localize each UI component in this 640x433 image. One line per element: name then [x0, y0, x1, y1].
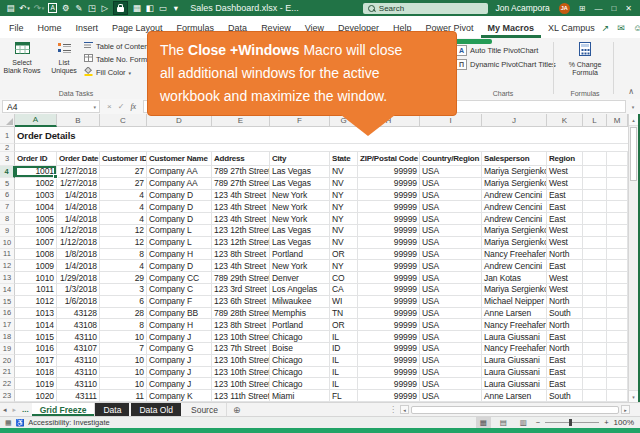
cell-C22[interactable]: 10: [100, 378, 147, 390]
cell-C3[interactable]: Customer ID: [100, 152, 147, 166]
cell-I3[interactable]: Country/Region: [420, 152, 482, 166]
cell-I6[interactable]: USA: [420, 190, 482, 202]
cell-J22[interactable]: Laura Giussani: [482, 378, 547, 390]
cell-M21[interactable]: [607, 367, 628, 379]
cell-M12[interactable]: [607, 260, 628, 272]
cell-D17[interactable]: Company H: [147, 319, 212, 331]
cell-M7[interactable]: [607, 201, 628, 213]
cell-H5[interactable]: 99999: [358, 178, 420, 190]
cell-L21[interactable]: [583, 367, 607, 379]
name-box[interactable]: A4 ▾: [2, 100, 100, 113]
cell-F5[interactable]: Las Vegas: [270, 178, 330, 190]
cell-H12[interactable]: 99999: [358, 260, 420, 272]
cell-I4[interactable]: USA: [420, 166, 482, 178]
row-header-19[interactable]: 19: [0, 343, 15, 355]
cell-I15[interactable]: USA: [420, 296, 482, 308]
cell-H9[interactable]: 99999: [358, 225, 420, 237]
cell-E13[interactable]: 789 29th Street: [212, 272, 270, 284]
cell-J4[interactable]: Mariya Sergienko: [482, 166, 547, 178]
cell-K13[interactable]: West: [547, 272, 583, 284]
cell-D16[interactable]: Company BB: [147, 308, 212, 320]
cell-H18[interactable]: 99999: [358, 331, 420, 343]
cell-A12[interactable]: 1009: [15, 260, 57, 272]
cell-D15[interactable]: Company F: [147, 296, 212, 308]
cell-M20[interactable]: [607, 355, 628, 367]
cell-A14[interactable]: 1011: [15, 284, 57, 296]
cell-B5[interactable]: 1/27/2018: [57, 178, 100, 190]
cell-L7[interactable]: [583, 201, 607, 213]
cell-D21[interactable]: Company J: [147, 367, 212, 379]
cell-H4[interactable]: 99999: [358, 166, 420, 178]
brush-icon[interactable]: ✎: [74, 2, 83, 14]
cell-B18[interactable]: 43110: [57, 331, 100, 343]
cell-D23[interactable]: Company K: [147, 390, 212, 402]
cell-L12[interactable]: [583, 260, 607, 272]
cell-K9[interactable]: West: [547, 225, 583, 237]
lock-icon[interactable]: [113, 1, 128, 15]
cell-F22[interactable]: Chicago: [270, 378, 330, 390]
cell-C12[interactable]: 4: [100, 260, 147, 272]
cell-C16[interactable]: 28: [100, 308, 147, 320]
cell-B20[interactable]: 43110: [57, 355, 100, 367]
cell-E21[interactable]: 123 10th Street: [212, 367, 270, 379]
cell-A8[interactable]: 1005: [15, 213, 57, 225]
cell-D3[interactable]: Customer Name: [147, 152, 212, 166]
cell-E5[interactable]: 789 27th Street: [212, 178, 270, 190]
cell-G21[interactable]: IL: [330, 367, 358, 379]
cell-K23[interactable]: South: [547, 390, 583, 402]
cell-H17[interactable]: 99999: [358, 319, 420, 331]
cell-C9[interactable]: 12: [100, 225, 147, 237]
feedback-icon[interactable]: ☺: [633, 23, 640, 33]
cell-I16[interactable]: USA: [420, 308, 482, 320]
cell-B16[interactable]: 43128: [57, 308, 100, 320]
cell-B21[interactable]: 43110: [57, 367, 100, 379]
new-sheet-button[interactable]: ⊕: [227, 403, 247, 416]
tab-my-macros[interactable]: My Macros: [481, 23, 542, 38]
cell-G10[interactable]: NV: [330, 237, 358, 249]
cell-A4[interactable]: 1001: [15, 166, 57, 178]
cell-A11[interactable]: 1008: [15, 249, 57, 261]
cell-M14[interactable]: [607, 284, 628, 296]
cell-H23[interactable]: 99999: [358, 390, 420, 402]
zoom-in-icon[interactable]: +: [604, 418, 608, 427]
cell-M13[interactable]: [607, 272, 628, 284]
sheet-tab-grid-freeze[interactable]: Grid Freeze: [32, 403, 96, 416]
tab-splitter-handle[interactable]: ⋮: [386, 403, 400, 416]
cell-L23[interactable]: [583, 390, 607, 402]
cell-C14[interactable]: 3: [100, 284, 147, 296]
empty-row-cell[interactable]: [15, 144, 628, 152]
row-header-4[interactable]: 4: [0, 166, 15, 178]
cell-K15[interactable]: North: [547, 296, 583, 308]
cell-E16[interactable]: 789 28th Street: [212, 308, 270, 320]
cell-A13[interactable]: 1010: [15, 272, 57, 284]
cell-L17[interactable]: [583, 319, 607, 331]
cell-B6[interactable]: 1/4/2018: [57, 190, 100, 202]
cell-F7[interactable]: New York: [270, 201, 330, 213]
cell-I10[interactable]: USA: [420, 237, 482, 249]
cell-A10[interactable]: 1007: [15, 237, 57, 249]
grid-icon[interactable]: ▦: [132, 2, 141, 14]
row-header-23[interactable]: 23: [0, 390, 15, 402]
cell-C17[interactable]: 8: [100, 319, 147, 331]
cell-F20[interactable]: Chicago: [270, 355, 330, 367]
cell-E23[interactable]: 123 11th Street: [212, 390, 270, 402]
dynamic-pivotchart-titles-button[interactable]: Π Dynamic PivotChart Titles: [456, 59, 556, 70]
cell-B12[interactable]: 1/4/2018: [57, 260, 100, 272]
cell-B17[interactable]: 43108: [57, 319, 100, 331]
cell-K16[interactable]: South: [547, 308, 583, 320]
cell-C20[interactable]: 10: [100, 355, 147, 367]
sheet-tab-source[interactable]: Source: [183, 403, 227, 416]
row-header-18[interactable]: 18: [0, 331, 15, 343]
column-header-B[interactable]: B: [57, 114, 100, 127]
comments-icon[interactable]: ✉: [617, 23, 625, 33]
row-header-15[interactable]: 15: [0, 296, 15, 308]
cell-F10[interactable]: Las Vegas: [270, 237, 330, 249]
cell-F16[interactable]: Memphis: [270, 308, 330, 320]
cell-B15[interactable]: 1/6/2018: [57, 296, 100, 308]
cell-J13[interactable]: Jan Kotas: [482, 272, 547, 284]
cell-J11[interactable]: Nancy Freehafer: [482, 249, 547, 261]
cell-G15[interactable]: WI: [330, 296, 358, 308]
row-header-14[interactable]: 14: [0, 284, 15, 296]
horizontal-scrollbar[interactable]: [411, 406, 619, 414]
cell-G20[interactable]: IL: [330, 355, 358, 367]
